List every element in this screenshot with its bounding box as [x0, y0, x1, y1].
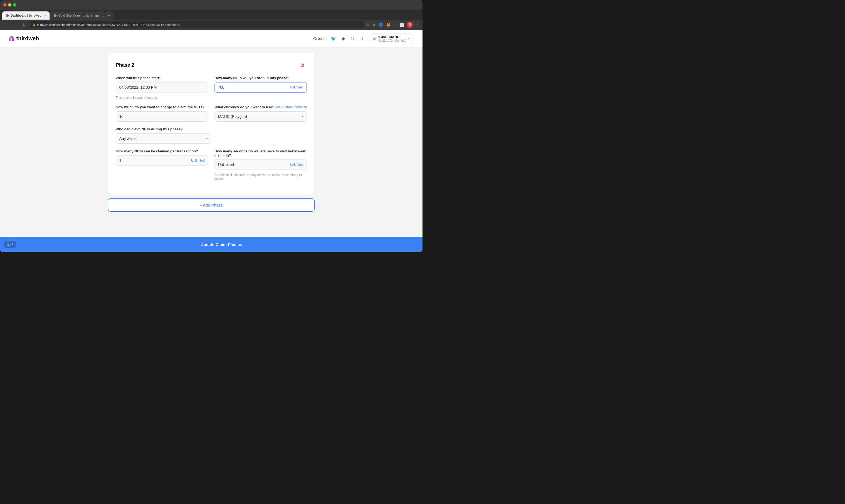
url-bar[interactable]: 🔒 thirdweb.com/dashboard/mumbai/nft-drop…: [30, 21, 364, 28]
bottom-bar: 1 ⇄ Update Claim Phases: [0, 237, 422, 252]
address-actions: ⬆ ★ 🔵 🦊 ⊕ ⬜ S ⋮: [366, 22, 419, 28]
update-claim-phases-button[interactable]: Update Claim Phases: [20, 242, 422, 247]
form-row-1: When will this phase start? This time is…: [116, 76, 307, 100]
delete-phase-button[interactable]: 🗑: [298, 61, 307, 69]
extension-icon-1[interactable]: 🔵: [379, 23, 383, 27]
share-icon[interactable]: ⬆: [366, 23, 370, 27]
main-area: Phase 2 🗑 When will this phase start? Th…: [0, 47, 422, 237]
browser-tab-active[interactable]: 🟣 Dashboard | thirdweb ✕: [2, 12, 50, 20]
start-date-group: When will this phase start? This time is…: [116, 76, 208, 100]
per-transaction-unlimited-btn[interactable]: Unlimited: [191, 159, 205, 162]
browser-tab-inactive[interactable]: 🟢 Gold Star Community Snapsh... ✕: [50, 12, 105, 20]
add-phase-label: + Add Phase: [200, 203, 223, 208]
github-icon[interactable]: ⬡: [350, 36, 354, 41]
nft-count-label: How many NFTs will you drop in this phas…: [215, 76, 307, 80]
content-wrapper: Phase 2 🗑 When will this phase start? Th…: [108, 53, 315, 231]
nft-count-unlimited-btn[interactable]: Unlimited: [290, 86, 304, 89]
phase-count-text: 1 ⇄: [7, 242, 13, 247]
form-row-3: Who can claim NFTs during this phase? An…: [116, 127, 307, 144]
phase-card: Phase 2 🗑 When will this phase start? Th…: [108, 53, 315, 194]
wait-seconds-group: How many seconds do wallets have to wait…: [215, 149, 307, 181]
logo-area: ⋒ thirdweb: [9, 35, 313, 42]
per-transaction-label: How many NFTs can be claimed per transac…: [116, 149, 208, 153]
nft-count-input-wrapper: Unlimited: [215, 82, 307, 92]
start-date-hint: This time is in your timezone.: [116, 96, 208, 100]
wait-seconds-label: How many seconds do wallets have to wait…: [215, 149, 307, 157]
menu-icon[interactable]: ⋮: [415, 23, 419, 27]
form-row-4: How many NFTs can be claimed per transac…: [116, 149, 307, 181]
lock-icon: 🔒: [32, 23, 35, 26]
currency-select-wrapper: MATIC (Polygon) ETH USDC: [215, 111, 307, 122]
split-view-icon[interactable]: ⬜: [399, 23, 404, 27]
twitter-icon[interactable]: 🐦: [331, 36, 336, 41]
currency-group: What currency do you want to use? Use Cu…: [215, 105, 307, 122]
refresh-btn[interactable]: ↻: [21, 21, 27, 28]
guides-link[interactable]: Guides: [313, 36, 325, 41]
wait-seconds-input-wrapper: Unlimited: [215, 160, 307, 170]
wallet-icon: ⟳: [373, 36, 376, 41]
tab-close-active[interactable]: ✕: [44, 14, 46, 17]
add-phase-button[interactable]: + Add Phase: [108, 198, 315, 212]
form-row-2: How much do you want to charge to claim …: [116, 105, 307, 122]
wait-seconds-unlimited-btn[interactable]: Unlimited: [290, 163, 304, 166]
currency-label-row: What currency do you want to use? Use Cu…: [215, 105, 307, 109]
per-transaction-input-wrapper: Unlimited: [116, 156, 208, 166]
nav-links: Guides 🐦 ◆ ⬡ ☽ ⟳ 9.4810 MATIC 0x9E...072…: [313, 33, 414, 44]
profile-icon[interactable]: S: [407, 22, 413, 28]
title-bar: [0, 0, 422, 10]
maximize-window-btn[interactable]: [13, 3, 16, 6]
new-tab-btn[interactable]: +: [105, 12, 113, 20]
tab-favicon-active: 🟣: [5, 14, 9, 17]
price-label: How much do you want to charge to claim …: [116, 105, 208, 109]
who-can-claim-select-wrapper: Any wallet Specific wallets: [116, 133, 211, 144]
wallet-chevron-icon: ▾: [408, 37, 410, 40]
top-nav: ⋒ thirdweb Guides 🐦 ◆ ⬡ ☽ ⟳ 9.4810 MATIC…: [0, 30, 422, 47]
who-can-claim-label: Who can claim NFTs during this phase?: [116, 127, 211, 131]
extension-icon-2[interactable]: ⊕: [393, 23, 397, 27]
tab-favicon-inactive: 🟢: [53, 14, 57, 17]
currency-select[interactable]: MATIC (Polygon) ETH USDC: [215, 111, 307, 122]
tab-title-inactive: Gold Star Community Snapsh...: [58, 14, 104, 17]
wallet-balance: 9.4810 MATIC: [378, 35, 406, 39]
close-window-btn[interactable]: [3, 3, 6, 6]
address-bar: ← → ↻ 🔒 thirdweb.com/dashboard/mumbai/nf…: [0, 20, 422, 30]
wallet-address: 0x9E...072 (Mumbai): [378, 39, 406, 42]
phase-title: Phase 2: [116, 62, 134, 68]
theme-toggle[interactable]: ☽: [360, 36, 363, 41]
logo-text: thirdweb: [16, 35, 39, 42]
start-date-label: When will this phase start?: [116, 76, 208, 80]
page-content: ⋒ thirdweb Guides 🐦 ◆ ⬡ ☽ ⟳ 9.4810 MATIC…: [0, 30, 422, 252]
trash-icon: 🗑: [300, 62, 305, 68]
wait-seconds-hint: Set this to "Unlimited" to only allow on…: [215, 173, 307, 181]
url-text: thirdweb.com/dashboard/mumbai/nft-drop/0…: [37, 23, 180, 26]
start-date-input[interactable]: [116, 82, 208, 92]
logo-icon: ⋒: [9, 35, 14, 42]
forward-btn[interactable]: →: [12, 21, 19, 28]
discord-icon[interactable]: ◆: [342, 36, 345, 41]
per-transaction-group: How many NFTs can be claimed per transac…: [116, 149, 208, 181]
price-group: How much do you want to charge to claim …: [116, 105, 208, 122]
phase-header: Phase 2 🗑: [116, 61, 307, 69]
nft-count-group: How many NFTs will you drop in this phas…: [215, 76, 307, 100]
tab-bar: 🟣 Dashboard | thirdweb ✕ 🟢 Gold Star Com…: [0, 10, 422, 20]
use-custom-currency-link[interactable]: Use Custom Currency: [275, 105, 307, 109]
back-btn[interactable]: ←: [3, 21, 10, 28]
metamask-icon[interactable]: 🦊: [386, 23, 391, 27]
who-can-claim-group: Who can claim NFTs during this phase? An…: [116, 127, 211, 144]
price-input[interactable]: [116, 111, 208, 122]
who-can-claim-select[interactable]: Any wallet Specific wallets: [116, 133, 211, 144]
phase-count-badge: 1 ⇄: [4, 241, 16, 248]
wallet-info: 9.4810 MATIC 0x9E...072 (Mumbai): [378, 35, 406, 42]
wallet-button[interactable]: ⟳ 9.4810 MATIC 0x9E...072 (Mumbai) ▾: [369, 33, 414, 44]
bookmark-icon[interactable]: ★: [373, 23, 376, 27]
tab-title-active: Dashboard | thirdweb: [10, 14, 41, 17]
currency-label: What currency do you want to use?: [215, 105, 274, 109]
minimize-window-btn[interactable]: [8, 3, 12, 6]
